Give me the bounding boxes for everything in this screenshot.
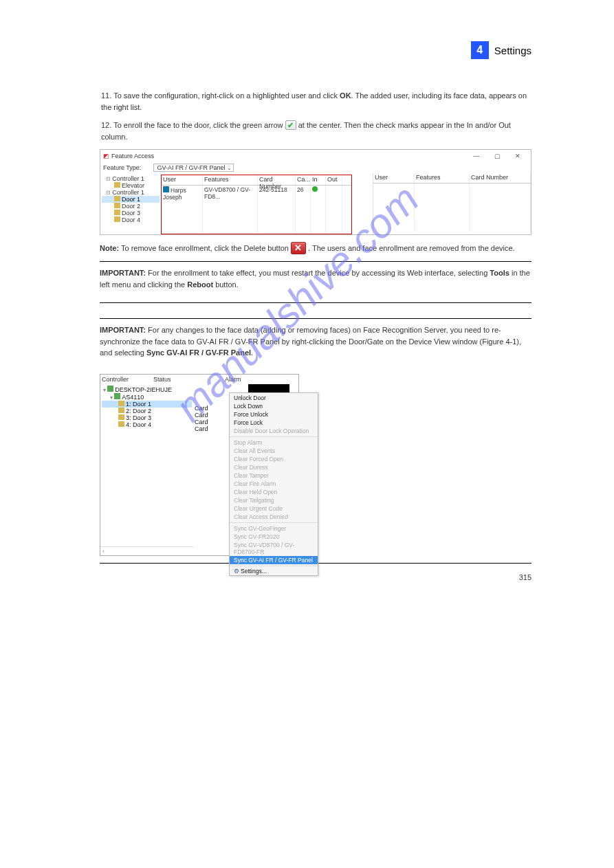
menu-clear-forced-open: Clear Forced Open (230, 455, 318, 463)
menu-clear-held-open: Clear Held Open (230, 488, 318, 496)
minimize-icon[interactable]: — (466, 151, 487, 161)
host-icon (107, 386, 113, 392)
status-card: Card (195, 405, 219, 412)
chapter-badge: 4 (471, 41, 489, 59)
menu-force-unlock[interactable]: Force Unlock (230, 410, 318, 419)
controller-tree[interactable]: ⊟ Controller 1 Elevator ⊟ Controller 1 D… (100, 173, 161, 234)
door-icon (118, 408, 124, 413)
door-icon (114, 196, 120, 201)
important-1: IMPORTANT: For the enrollment to take ef… (100, 266, 531, 298)
context-menu-screenshot: Controller Status ▾ DESKTOP-2IEHUJE ▾ AS… (100, 374, 299, 556)
menu-clear-urgent-code: Clear Urgent Code (230, 504, 318, 513)
as-icon (114, 393, 120, 399)
door-tree[interactable]: ▾ DESKTOP-2IEHUJE ▾ AS4110 1: Door 1 2: … (100, 384, 193, 430)
col-status: Status (152, 375, 176, 384)
page-number: 315 (519, 573, 531, 581)
col-controller: Controller (100, 375, 152, 384)
gear-icon: ⚙ (234, 568, 239, 575)
feature-type-select[interactable]: GV-AI FR / GV-FR Panel ⌄ (153, 164, 234, 172)
scroll-left-icon[interactable]: ‹ (100, 546, 193, 555)
users-grid-highlight: User Features Card Number Ca... In Out H… (161, 175, 352, 234)
context-menu[interactable]: Unlock Door Lock Down Force Unlock Force… (229, 392, 318, 576)
door-icon (118, 414, 124, 420)
menu-unlock-door[interactable]: Unlock Door (230, 394, 318, 402)
menu-clear-tamper: Clear Tamper (230, 471, 318, 480)
status-card: Card (195, 425, 219, 432)
chapter-title: Settings (494, 45, 531, 56)
green-arrow-icon: ✔ (285, 120, 296, 130)
feature-access-window: ◩ Feature Access — ▢ ✕ Feature Type: GV-… (100, 149, 531, 235)
door-icon (118, 401, 124, 406)
menu-settings[interactable]: ⚙Settings... (230, 567, 318, 575)
menu-clear-access-denied: Clear Access Denied (230, 513, 318, 521)
note-line: Note: To remove face enrollment, click t… (100, 242, 531, 254)
menu-disable-lock: Disable Door Lock Operation (230, 427, 318, 435)
menu-sync-geofinger: Sync GV-GeoFinger (230, 524, 318, 533)
divider (100, 261, 531, 262)
check-icon (312, 186, 318, 192)
door-icon (114, 210, 120, 215)
door-icon (114, 203, 120, 208)
col-alarm: Alarm (221, 375, 243, 384)
menu-sync-vd8700: Sync GV-VD8700 / GV-FD8700-FR (230, 541, 318, 556)
divider (100, 318, 531, 319)
menu-sync-ai-fr[interactable]: Sync GV-AI FR / GV-FR Panel (230, 556, 318, 564)
right-grid: User Features Card Number (373, 173, 531, 234)
close-icon[interactable]: ✕ (507, 151, 528, 161)
status-card: Card (195, 412, 219, 419)
window-icon: ◩ (103, 153, 109, 159)
elevator-icon (114, 182, 120, 188)
menu-lock-down[interactable]: Lock Down (230, 402, 318, 410)
chapter-header: 4 Settings (100, 41, 531, 59)
important-2: IMPORTANT: For any changes to the face d… (100, 323, 531, 367)
menu-sync-fr2020: Sync GV-FR2020 (230, 533, 318, 541)
step-11: 11. To save the configuration, right-cli… (101, 90, 531, 113)
status-card: Card (195, 419, 219, 425)
door-icon (118, 421, 124, 427)
menu-stop-alarm: Stop Alarm (230, 438, 318, 447)
divider (100, 302, 531, 303)
chevron-down-icon: ⌄ (227, 165, 232, 171)
menu-clear-fire-alarm: Clear Fire Alarm (230, 480, 318, 488)
feature-type-label: Feature Type: (103, 164, 141, 171)
grid-header: User Features Card Number Ca... In Out (162, 175, 351, 186)
menu-force-lock[interactable]: Force Lock (230, 419, 318, 427)
step-12: 12. To enroll the face to the door, clic… (101, 120, 531, 142)
door-icon (114, 216, 120, 222)
menu-clear-duress: Clear Duress (230, 463, 318, 471)
window-title: Feature Access (111, 153, 154, 159)
maximize-icon[interactable]: ▢ (487, 151, 507, 161)
grid-row[interactable]: Harps Joseph GV-VD8700 / GV-FD8... 242-5… (162, 186, 351, 195)
user-icon (163, 186, 169, 192)
delete-icon: ✕ (291, 242, 306, 254)
menu-clear-tailgating: Clear Tailgating (230, 496, 318, 504)
menu-clear-all: Clear All Events (230, 447, 318, 455)
